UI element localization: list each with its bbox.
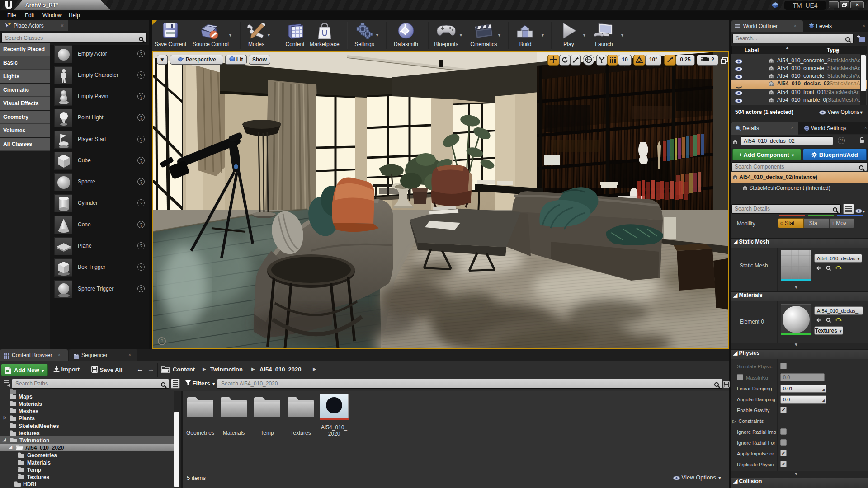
svg-text:?: ? (160, 339, 163, 344)
